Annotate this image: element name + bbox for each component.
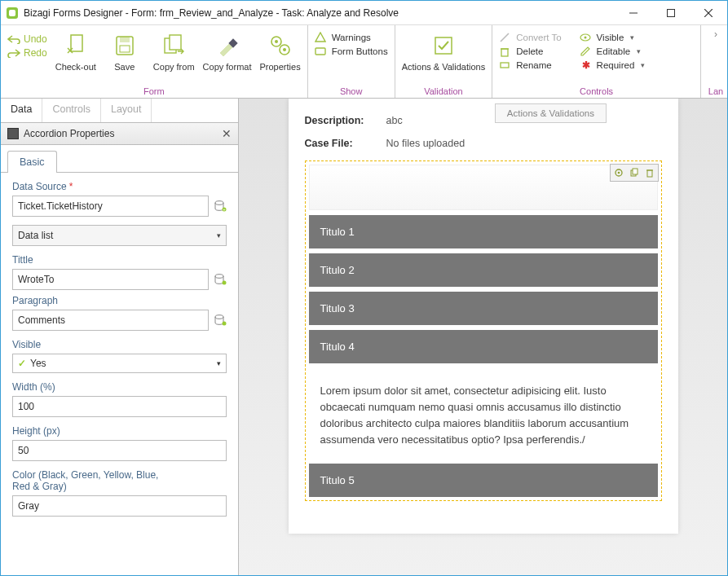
height-input[interactable] bbox=[12, 440, 227, 461]
datalist-dropdown[interactable]: Data list ▾ bbox=[12, 225, 227, 246]
accordion-drop-area[interactable] bbox=[309, 165, 658, 210]
copy-format-icon bbox=[215, 32, 240, 59]
checkout-button[interactable]: Check-out bbox=[55, 29, 96, 72]
redo-button[interactable]: Redo bbox=[7, 47, 47, 59]
minimize-button[interactable] bbox=[615, 1, 652, 24]
casefile-value: No files uploaded bbox=[386, 138, 465, 149]
svg-rect-3 bbox=[668, 9, 675, 16]
delete-button[interactable]: Delete bbox=[499, 46, 561, 57]
required-dropdown[interactable]: ✱ Required bbox=[580, 59, 646, 71]
delete-icon[interactable] bbox=[642, 165, 657, 180]
ribbon-more-button[interactable]: › bbox=[708, 29, 724, 40]
svg-point-14 bbox=[275, 40, 278, 43]
copy-from-icon bbox=[161, 32, 186, 59]
accordion-header[interactable]: Titulo 4 bbox=[309, 330, 658, 363]
svg-point-24 bbox=[215, 201, 223, 205]
pencil-icon bbox=[580, 46, 593, 57]
form-canvas[interactable]: Description: abc Case File: No files upl… bbox=[289, 99, 678, 534]
svg-point-16 bbox=[283, 48, 286, 51]
svg-point-32 bbox=[617, 172, 620, 174]
svg-rect-8 bbox=[120, 37, 130, 42]
asterisk-icon: ✱ bbox=[580, 59, 593, 71]
svg-rect-34 bbox=[633, 169, 638, 174]
svg-text:+: + bbox=[223, 207, 226, 212]
datalist-label: Data list bbox=[18, 230, 53, 241]
rename-icon bbox=[499, 59, 512, 71]
casefile-row: Case File: No files uploaded bbox=[305, 138, 662, 149]
save-button[interactable]: Save bbox=[104, 29, 145, 72]
canvas-area: Actions & Validations Description: abc C… bbox=[239, 99, 727, 575]
properties-title: Accordion Properties bbox=[24, 128, 114, 139]
form-buttons-icon bbox=[315, 46, 328, 57]
ribbon-group-show-label: Show bbox=[315, 86, 388, 96]
ribbon-group-validation-label: Validation bbox=[402, 86, 486, 96]
description-label: Description: bbox=[305, 115, 386, 126]
copy-from-button[interactable]: Copy from bbox=[153, 29, 195, 72]
convert-to-button[interactable]: Convert To bbox=[499, 32, 561, 43]
datasource-input[interactable] bbox=[12, 196, 209, 217]
accordion-header[interactable]: Titulo 1 bbox=[309, 215, 658, 248]
copy-icon[interactable] bbox=[627, 165, 642, 180]
gear-icon[interactable] bbox=[611, 165, 626, 180]
svg-point-28 bbox=[223, 281, 227, 285]
window-title: Bizagi Forms Designer - Form: frm_Review… bbox=[24, 7, 399, 19]
maximize-button[interactable] bbox=[652, 1, 690, 24]
visible-select[interactable]: ✓Yes ▾ bbox=[12, 354, 227, 373]
form-buttons-button[interactable]: Form Buttons bbox=[315, 46, 388, 57]
tab-controls[interactable]: Controls bbox=[42, 99, 101, 122]
accordion-header[interactable]: Titulo 2 bbox=[309, 253, 658, 287]
actions-validations-button[interactable]: Actions & Validations bbox=[402, 29, 486, 72]
svg-point-29 bbox=[215, 315, 223, 319]
tab-data[interactable]: Data bbox=[1, 99, 42, 122]
title-input[interactable] bbox=[12, 269, 209, 290]
accordion-icon bbox=[7, 128, 19, 139]
tab-layout[interactable]: Layout bbox=[101, 99, 152, 122]
paragraph-label: Paragraph bbox=[12, 295, 227, 306]
editable-dropdown[interactable]: Editable bbox=[580, 46, 646, 57]
accordion-header[interactable]: Titulo 5 bbox=[309, 464, 658, 497]
accordion-header[interactable]: Titulo 3 bbox=[309, 292, 658, 325]
properties-button[interactable]: Properties bbox=[260, 29, 301, 72]
title-db-picker-icon[interactable] bbox=[214, 273, 227, 286]
casefile-label: Case File: bbox=[305, 138, 386, 149]
properties-icon bbox=[268, 32, 293, 59]
basic-tab[interactable]: Basic bbox=[7, 151, 57, 173]
width-input[interactable] bbox=[12, 396, 227, 417]
width-label: Width (%) bbox=[12, 381, 227, 393]
check-icon bbox=[431, 32, 456, 59]
ribbon: Undo Redo Check-out Save Copy from bbox=[1, 25, 727, 99]
rename-button[interactable]: Rename bbox=[499, 59, 561, 71]
visible-label: Visible bbox=[12, 339, 227, 350]
description-value: abc bbox=[386, 115, 403, 126]
svg-rect-18 bbox=[435, 37, 452, 54]
eye-icon bbox=[580, 32, 593, 43]
svg-rect-19 bbox=[501, 49, 508, 56]
undo-label: Undo bbox=[24, 33, 47, 45]
paragraph-input[interactable] bbox=[12, 310, 209, 331]
close-button[interactable] bbox=[690, 1, 727, 24]
warning-icon bbox=[315, 32, 328, 43]
height-label: Height (px) bbox=[12, 425, 227, 437]
warnings-button[interactable]: Warnings bbox=[315, 32, 388, 43]
copy-format-button[interactable]: Copy format bbox=[203, 29, 252, 72]
color-label: Color (Black, Green, Yellow, Blue, Red &… bbox=[12, 469, 175, 492]
svg-rect-11 bbox=[170, 35, 181, 50]
svg-point-30 bbox=[223, 322, 227, 326]
svg-rect-1 bbox=[9, 10, 15, 16]
ribbon-group-lan-label: Lan bbox=[708, 86, 724, 96]
checkout-icon bbox=[64, 32, 87, 59]
db-picker-icon[interactable]: + bbox=[214, 200, 227, 213]
paragraph-db-picker-icon[interactable] bbox=[214, 314, 227, 327]
accordion-body: Lorem ipsum dolor sit amet, consectetur … bbox=[309, 368, 658, 464]
svg-rect-17 bbox=[315, 48, 325, 55]
accordion-container[interactable]: Titulo 1 Titulo 2 Titulo 3 Titulo 4 Lore… bbox=[305, 160, 662, 501]
svg-rect-6 bbox=[71, 35, 82, 51]
color-input[interactable] bbox=[12, 495, 227, 517]
visible-dropdown[interactable]: Visible bbox=[580, 32, 646, 43]
ribbon-group-controls-label: Controls bbox=[499, 86, 694, 96]
undo-button[interactable]: Undo bbox=[7, 33, 47, 45]
wand-icon bbox=[499, 32, 512, 43]
close-properties-button[interactable]: ✕ bbox=[222, 127, 232, 140]
left-panel: Data Controls Layout Accordion Propertie… bbox=[1, 99, 239, 575]
app-logo-icon bbox=[6, 7, 19, 20]
